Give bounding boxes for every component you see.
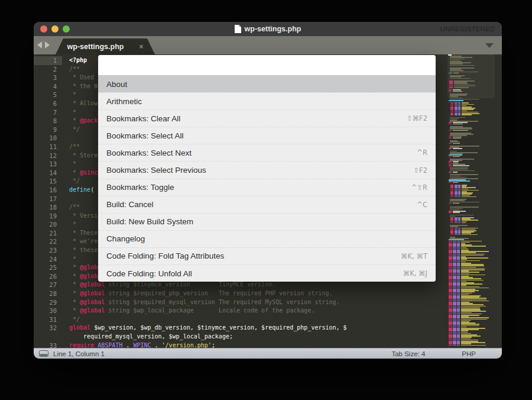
minimap-line	[449, 124, 452, 125]
minimap-line	[453, 130, 468, 131]
minimap-line	[449, 156, 452, 157]
command-item[interactable]: Bookmarks: Select Next^R	[98, 144, 436, 161]
line-number: 8	[34, 117, 62, 125]
minimap-line	[461, 345, 486, 346]
line-number: 9	[34, 125, 62, 134]
command-palette-input[interactable]	[98, 55, 436, 75]
minimap-line	[458, 222, 460, 224]
command-list: AboutArithmeticBookmarks: Clear All⇧⌘F2B…	[98, 75, 436, 282]
line-number: 17	[34, 195, 62, 204]
line-number: 16	[34, 186, 62, 195]
line-number: 32	[34, 324, 62, 333]
line-number: 15	[34, 177, 62, 186]
tab-nav-back-icon[interactable]	[37, 41, 42, 49]
minimize-window-button[interactable]	[51, 25, 59, 33]
status-bar: Line 1, Column 1 Tab Size: 4 PHP	[34, 348, 502, 359]
command-label: Bookmarks: Select All	[106, 131, 184, 140]
minimap-line	[453, 172, 458, 173]
minimap-line	[457, 345, 460, 346]
syntax-button[interactable]: PHP	[462, 350, 476, 357]
line-number: 21	[34, 229, 62, 238]
tab-nav-forward-icon[interactable]	[45, 41, 50, 49]
command-item[interactable]: Code Folding: Unfold All⌘K, ⌘J	[98, 264, 436, 282]
line-number: 27	[34, 280, 62, 289]
command-item[interactable]: Build: Cancel^C	[98, 196, 436, 213]
titlebar: wp-settings.php UNREGISTERED	[34, 22, 502, 36]
line-number: 7	[34, 108, 62, 117]
line-number: 14	[34, 169, 62, 178]
tab-label: wp-settings.php	[67, 43, 124, 51]
minimap-line	[449, 203, 452, 204]
minimap-line	[449, 148, 452, 149]
minimap-line	[449, 73, 452, 74]
command-label: Bookmarks: Select Previous	[106, 166, 206, 175]
command-label: Code Folding: Unfold All	[106, 269, 192, 278]
command-shortcut: ⇧F2	[413, 166, 427, 175]
zoom-window-button[interactable]	[63, 25, 70, 33]
code-line: * @global string $tinymce_version TinyMC…	[69, 280, 437, 289]
minimap-line	[453, 138, 461, 139]
line-number: 1	[34, 56, 62, 65]
code-line: * @global string $required_mysql_version…	[69, 298, 437, 307]
command-item[interactable]: Code Folding: Fold Tag Attributes⌘K, ⌘T	[98, 247, 436, 264]
command-label: Build: New Build System	[106, 217, 193, 226]
close-window-button[interactable]	[40, 25, 47, 33]
line-number: 23	[34, 246, 62, 255]
minimap-line	[453, 345, 456, 346]
command-label: Arithmetic	[106, 97, 142, 106]
minimap-line	[449, 91, 452, 92]
minimap-line	[449, 138, 452, 139]
command-item[interactable]: Bookmarks: Toggle^⇧R	[98, 179, 436, 196]
command-label: Code Folding: Fold Tag Attributes	[106, 251, 224, 260]
tab-nav	[37, 41, 50, 49]
minimap-line	[450, 234, 453, 236]
minimap-line	[462, 114, 472, 115]
tab-overflow-menu-icon[interactable]	[485, 43, 494, 48]
code-line: global $wp_version, $wp_db_version, $tin…	[69, 324, 437, 333]
command-item[interactable]: Bookmarks: Clear All⇧⌘F2	[98, 109, 436, 127]
line-number: 10	[34, 134, 62, 143]
line-number: 13	[34, 160, 62, 169]
line-number: 29	[34, 298, 62, 307]
command-item[interactable]: Arithmetic	[98, 92, 436, 109]
code-line: */	[69, 315, 437, 324]
tab-size-button[interactable]: Tab Size: 4	[391, 350, 425, 357]
minimap-line	[449, 87, 453, 88]
minimap-line	[453, 91, 462, 92]
minimap-line	[453, 156, 460, 157]
line-number: 31	[34, 315, 62, 324]
minimap-line	[449, 182, 452, 183]
statusbar-right: Tab Size: 4 PHP	[391, 350, 502, 357]
command-shortcut: ⌘K, ⌘T	[401, 252, 427, 260]
tab-close-icon[interactable]: ×	[139, 43, 143, 51]
minimap-line	[458, 234, 460, 236]
command-item[interactable]: Bookmarks: Select Previous⇧F2	[98, 161, 436, 178]
panel-toggle-icon[interactable]	[39, 350, 48, 357]
command-label: Changelog	[106, 234, 145, 243]
minimap-line	[458, 196, 460, 198]
minimap-line	[462, 196, 476, 198]
line-number: 12	[34, 151, 62, 160]
line-number	[34, 333, 62, 341]
minimap-line	[450, 222, 453, 224]
registration-status: UNREGISTERED	[440, 25, 495, 33]
command-item[interactable]: About	[98, 75, 436, 92]
line-number: 30	[34, 307, 62, 315]
command-item[interactable]: Bookmarks: Select All	[98, 127, 436, 144]
code-line: * @global string $wp_local_package Local…	[69, 307, 437, 315]
command-label: Bookmarks: Clear All	[106, 114, 180, 123]
line-number: 11	[34, 143, 62, 151]
command-item[interactable]: Changelog	[98, 230, 436, 247]
tab-wp-settings[interactable]: wp-settings.php ×	[56, 38, 155, 54]
command-item[interactable]: Build: New Build System	[98, 213, 436, 230]
minimap[interactable]	[447, 54, 495, 348]
line-number: 4	[34, 82, 62, 91]
command-label: Bookmarks: Select Next	[106, 149, 192, 157]
line-number: 22	[34, 237, 62, 246]
command-shortcut: ⇧⌘F2	[407, 114, 427, 122]
minimap-line	[462, 222, 466, 224]
minimap-line	[453, 73, 459, 74]
minimap-line	[453, 182, 458, 183]
line-number: 2	[34, 65, 62, 74]
minimap-line	[462, 234, 478, 236]
